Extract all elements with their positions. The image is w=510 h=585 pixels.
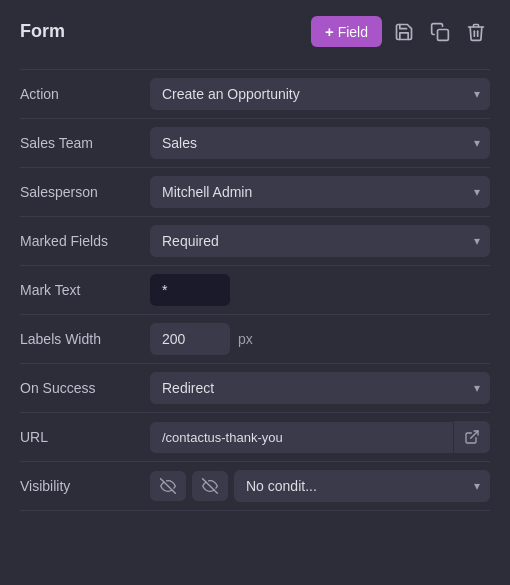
salesperson-select-wrapper: Mitchell Admin John Doe Jane Smith ▾ [150,176,490,208]
external-link-icon [464,429,480,445]
visibility-toggle-2-button[interactable] [192,471,228,501]
on-success-select[interactable]: Redirect Show Message Nothing [150,372,490,404]
labels-width-control: px [150,323,490,355]
sales-team-select-wrapper: Sales Marketing Support ▾ [150,127,490,159]
url-input-wrapper [150,421,490,453]
mark-text-input[interactable] [150,274,230,306]
labels-width-label: Labels Width [20,331,150,347]
url-row: URL [20,412,490,461]
marked-fields-label: Marked Fields [20,233,150,249]
visibility-controls: No condit... All conditions Any conditio… [150,470,490,502]
mark-text-row: Mark Text [20,265,490,314]
svg-line-1 [471,431,478,438]
sales-team-label: Sales Team [20,135,150,151]
action-row: Action Create an Opportunity Update a Re… [20,69,490,118]
add-field-button[interactable]: + Field [311,16,382,47]
eye-slash-1-icon [160,478,176,494]
form-panel: Form + Field [0,0,510,585]
visibility-condition-select-wrapper: No condit... All conditions Any conditio… [234,470,490,502]
on-success-select-wrapper: Redirect Show Message Nothing ▾ [150,372,490,404]
visibility-condition-select[interactable]: No condit... All conditions Any conditio… [234,470,490,502]
visibility-label: Visibility [20,478,150,494]
salesperson-row: Salesperson Mitchell Admin John Doe Jane… [20,167,490,216]
labels-width-input[interactable] [150,323,230,355]
on-success-control: Redirect Show Message Nothing ▾ [150,372,490,404]
trash-icon [466,22,486,42]
form-rows: Action Create an Opportunity Update a Re… [20,69,490,511]
mark-text-control [150,274,490,306]
add-field-label: Field [338,24,368,40]
visibility-toggle-1-button[interactable] [150,471,186,501]
save-icon [394,22,414,42]
marked-fields-row: Marked Fields Required Optional Hidden ▾ [20,216,490,265]
panel-title: Form [20,21,65,42]
action-select-wrapper: Create an Opportunity Update a Record Se… [150,78,490,110]
salesperson-control: Mitchell Admin John Doe Jane Smith ▾ [150,176,490,208]
copy-button[interactable] [426,18,454,46]
marked-fields-select-wrapper: Required Optional Hidden ▾ [150,225,490,257]
action-label: Action [20,86,150,102]
panel-header: Form + Field [20,16,490,47]
delete-button[interactable] [462,18,490,46]
copy-icon [430,22,450,42]
labels-width-row: Labels Width px [20,314,490,363]
url-input[interactable] [150,422,453,453]
marked-fields-select[interactable]: Required Optional Hidden [150,225,490,257]
url-control [150,421,490,453]
salesperson-label: Salesperson [20,184,150,200]
sales-team-control: Sales Marketing Support ▾ [150,127,490,159]
visibility-control: No condit... All conditions Any conditio… [150,470,490,502]
url-external-link-button[interactable] [453,421,490,453]
salesperson-select[interactable]: Mitchell Admin John Doe Jane Smith [150,176,490,208]
sales-team-select[interactable]: Sales Marketing Support [150,127,490,159]
sales-team-row: Sales Team Sales Marketing Support ▾ [20,118,490,167]
marked-fields-control: Required Optional Hidden ▾ [150,225,490,257]
plus-icon: + [325,23,334,40]
header-actions: + Field [311,16,490,47]
action-control: Create an Opportunity Update a Record Se… [150,78,490,110]
on-success-row: On Success Redirect Show Message Nothing… [20,363,490,412]
mark-text-label: Mark Text [20,282,150,298]
visibility-row: Visibility [20,461,490,511]
on-success-label: On Success [20,380,150,396]
svg-rect-0 [438,29,449,40]
px-unit-label: px [238,331,253,347]
save-button[interactable] [390,18,418,46]
action-select[interactable]: Create an Opportunity Update a Record Se… [150,78,490,110]
url-label: URL [20,429,150,445]
eye-slash-2-icon [202,478,218,494]
